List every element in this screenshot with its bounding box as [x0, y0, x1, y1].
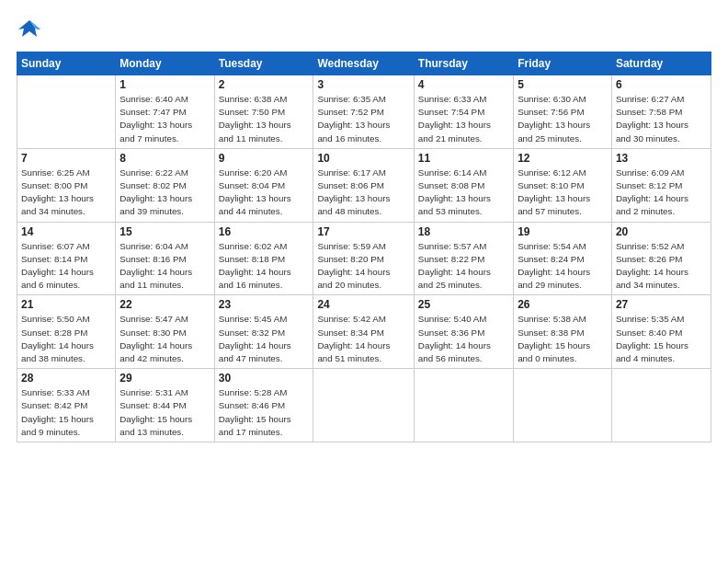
day-info: Sunrise: 5:45 AM Sunset: 8:32 PM Dayligh…: [219, 313, 310, 365]
day-info: Sunrise: 6:27 AM Sunset: 7:58 PM Dayligh…: [616, 93, 707, 145]
day-number: 4: [418, 78, 509, 91]
calendar-day-cell: 11Sunrise: 6:14 AM Sunset: 8:08 PM Dayli…: [414, 148, 513, 222]
calendar-day-cell: 15Sunrise: 6:04 AM Sunset: 8:16 PM Dayli…: [116, 222, 214, 295]
day-info: Sunrise: 5:47 AM Sunset: 8:30 PM Dayligh…: [119, 313, 210, 365]
day-info: Sunrise: 5:57 AM Sunset: 8:22 PM Dayligh…: [418, 240, 509, 293]
calendar-day-cell: 27Sunrise: 5:35 AM Sunset: 8:40 PM Dayli…: [611, 295, 711, 369]
day-number: 19: [518, 225, 608, 238]
calendar-day-cell: [514, 369, 612, 442]
day-number: 29: [119, 372, 210, 385]
day-number: 18: [418, 225, 509, 238]
calendar-day-cell: 17Sunrise: 5:59 AM Sunset: 8:20 PM Dayli…: [313, 222, 414, 295]
day-info: Sunrise: 5:38 AM Sunset: 8:38 PM Dayligh…: [518, 313, 608, 365]
day-of-week-header: Wednesday: [313, 52, 414, 75]
calendar-day-cell: 5Sunrise: 6:30 AM Sunset: 7:56 PM Daylig…: [514, 75, 612, 149]
day-number: 28: [21, 372, 111, 385]
day-info: Sunrise: 6:07 AM Sunset: 8:14 PM Dayligh…: [21, 240, 111, 293]
day-of-week-header: Saturday: [611, 52, 711, 75]
calendar-day-cell: 20Sunrise: 5:52 AM Sunset: 8:26 PM Dayli…: [611, 222, 711, 295]
day-info: Sunrise: 5:35 AM Sunset: 8:40 PM Dayligh…: [616, 313, 707, 365]
day-info: Sunrise: 6:12 AM Sunset: 8:10 PM Dayligh…: [518, 167, 608, 219]
calendar-day-cell: 12Sunrise: 6:12 AM Sunset: 8:10 PM Dayli…: [514, 148, 612, 222]
calendar-week-row: 21Sunrise: 5:50 AM Sunset: 8:28 PM Dayli…: [17, 295, 711, 369]
day-number: 6: [616, 78, 707, 91]
day-number: 23: [219, 298, 310, 311]
calendar-day-cell: 30Sunrise: 5:28 AM Sunset: 8:46 PM Dayli…: [214, 369, 313, 442]
calendar-day-cell: [414, 369, 513, 442]
calendar-table: SundayMondayTuesdayWednesdayThursdayFrid…: [17, 52, 711, 442]
day-info: Sunrise: 5:59 AM Sunset: 8:20 PM Dayligh…: [317, 240, 409, 293]
day-info: Sunrise: 6:38 AM Sunset: 7:50 PM Dayligh…: [219, 93, 310, 145]
day-number: 22: [119, 298, 210, 311]
day-info: Sunrise: 5:42 AM Sunset: 8:34 PM Dayligh…: [317, 313, 409, 365]
day-number: 8: [119, 152, 210, 165]
calendar-day-cell: [17, 75, 116, 149]
day-info: Sunrise: 5:28 AM Sunset: 8:46 PM Dayligh…: [219, 386, 310, 439]
day-info: Sunrise: 6:17 AM Sunset: 8:06 PM Dayligh…: [317, 167, 409, 219]
calendar-day-cell: 16Sunrise: 6:02 AM Sunset: 8:18 PM Dayli…: [214, 222, 313, 295]
day-of-week-header: Tuesday: [214, 52, 313, 75]
day-info: Sunrise: 5:50 AM Sunset: 8:28 PM Dayligh…: [21, 313, 111, 365]
calendar-day-cell: 13Sunrise: 6:09 AM Sunset: 8:12 PM Dayli…: [611, 148, 711, 222]
calendar-week-row: 28Sunrise: 5:33 AM Sunset: 8:42 PM Dayli…: [17, 369, 711, 442]
calendar-day-cell: 21Sunrise: 5:50 AM Sunset: 8:28 PM Dayli…: [17, 295, 116, 369]
day-number: 11: [418, 152, 509, 165]
day-number: 15: [119, 225, 210, 238]
logo-bird-icon: [17, 17, 42, 42]
calendar-day-cell: 24Sunrise: 5:42 AM Sunset: 8:34 PM Dayli…: [313, 295, 414, 369]
calendar-day-cell: 28Sunrise: 5:33 AM Sunset: 8:42 PM Dayli…: [17, 369, 116, 442]
calendar-header-row: SundayMondayTuesdayWednesdayThursdayFrid…: [17, 52, 711, 75]
day-info: Sunrise: 6:09 AM Sunset: 8:12 PM Dayligh…: [616, 167, 707, 219]
calendar-day-cell: 29Sunrise: 5:31 AM Sunset: 8:44 PM Dayli…: [116, 369, 214, 442]
day-number: 1: [119, 78, 210, 91]
calendar-day-cell: 3Sunrise: 6:35 AM Sunset: 7:52 PM Daylig…: [313, 75, 414, 149]
day-of-week-header: Monday: [116, 52, 214, 75]
day-number: 9: [219, 152, 310, 165]
calendar-day-cell: 4Sunrise: 6:33 AM Sunset: 7:54 PM Daylig…: [414, 75, 513, 149]
day-info: Sunrise: 5:33 AM Sunset: 8:42 PM Dayligh…: [21, 386, 111, 439]
day-info: Sunrise: 6:35 AM Sunset: 7:52 PM Dayligh…: [317, 93, 409, 145]
day-info: Sunrise: 6:02 AM Sunset: 8:18 PM Dayligh…: [219, 240, 310, 293]
day-number: 26: [518, 298, 608, 311]
day-number: 2: [219, 78, 310, 91]
logo: [17, 17, 46, 42]
calendar-day-cell: 1Sunrise: 6:40 AM Sunset: 7:47 PM Daylig…: [116, 75, 214, 149]
calendar-day-cell: 2Sunrise: 6:38 AM Sunset: 7:50 PM Daylig…: [214, 75, 313, 149]
day-number: 30: [219, 372, 310, 385]
day-number: 3: [317, 78, 409, 91]
day-number: 14: [21, 225, 111, 238]
calendar-week-row: 14Sunrise: 6:07 AM Sunset: 8:14 PM Dayli…: [17, 222, 711, 295]
calendar-day-cell: 19Sunrise: 5:54 AM Sunset: 8:24 PM Dayli…: [514, 222, 612, 295]
day-of-week-header: Friday: [514, 52, 612, 75]
day-info: Sunrise: 6:14 AM Sunset: 8:08 PM Dayligh…: [418, 167, 509, 219]
day-info: Sunrise: 6:25 AM Sunset: 8:00 PM Dayligh…: [21, 167, 111, 219]
day-number: 20: [616, 225, 707, 238]
day-info: Sunrise: 5:40 AM Sunset: 8:36 PM Dayligh…: [418, 313, 509, 365]
calendar-day-cell: 8Sunrise: 6:22 AM Sunset: 8:02 PM Daylig…: [116, 148, 214, 222]
day-info: Sunrise: 6:22 AM Sunset: 8:02 PM Dayligh…: [119, 167, 210, 219]
calendar-day-cell: 7Sunrise: 6:25 AM Sunset: 8:00 PM Daylig…: [17, 148, 116, 222]
calendar-day-cell: 25Sunrise: 5:40 AM Sunset: 8:36 PM Dayli…: [414, 295, 513, 369]
day-number: 13: [616, 152, 707, 165]
calendar-day-cell: 18Sunrise: 5:57 AM Sunset: 8:22 PM Dayli…: [414, 222, 513, 295]
calendar-day-cell: 14Sunrise: 6:07 AM Sunset: 8:14 PM Dayli…: [17, 222, 116, 295]
day-number: 27: [616, 298, 707, 311]
day-info: Sunrise: 6:30 AM Sunset: 7:56 PM Dayligh…: [518, 93, 608, 145]
day-info: Sunrise: 6:33 AM Sunset: 7:54 PM Dayligh…: [418, 93, 509, 145]
day-info: Sunrise: 5:52 AM Sunset: 8:26 PM Dayligh…: [616, 240, 707, 293]
day-number: 17: [317, 225, 409, 238]
calendar-day-cell: 23Sunrise: 5:45 AM Sunset: 8:32 PM Dayli…: [214, 295, 313, 369]
day-of-week-header: Sunday: [17, 52, 116, 75]
calendar-day-cell: 26Sunrise: 5:38 AM Sunset: 8:38 PM Dayli…: [514, 295, 612, 369]
day-number: 21: [21, 298, 111, 311]
header: [17, 17, 711, 42]
calendar-day-cell: [313, 369, 414, 442]
page: SundayMondayTuesdayWednesdayThursdayFrid…: [0, 0, 728, 563]
day-number: 24: [317, 298, 409, 311]
day-number: 12: [518, 152, 608, 165]
calendar-day-cell: 6Sunrise: 6:27 AM Sunset: 7:58 PM Daylig…: [611, 75, 711, 149]
day-info: Sunrise: 6:04 AM Sunset: 8:16 PM Dayligh…: [119, 240, 210, 293]
calendar-week-row: 1Sunrise: 6:40 AM Sunset: 7:47 PM Daylig…: [17, 75, 711, 149]
day-of-week-header: Thursday: [414, 52, 513, 75]
day-info: Sunrise: 5:31 AM Sunset: 8:44 PM Dayligh…: [119, 386, 210, 439]
